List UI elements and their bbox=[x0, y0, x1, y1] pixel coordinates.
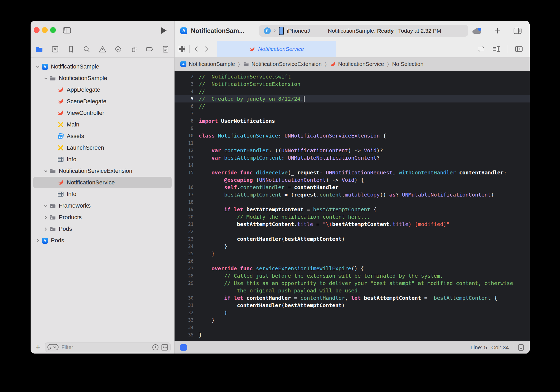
code-line-23[interactable]: 23 contentHandler(bestAttemptContent) bbox=[175, 235, 530, 243]
code-line-35[interactable]: 35} bbox=[175, 331, 530, 339]
tree-item-assets[interactable]: Assets bbox=[33, 130, 172, 142]
scheme-icon[interactable]: E bbox=[264, 27, 271, 34]
code-line-30[interactable]: 30 if let contentHandler = contentHandle… bbox=[175, 294, 530, 302]
code-line-29[interactable]: 29 // Use this as an opportunity to deli… bbox=[175, 280, 530, 287]
chevron-down-icon[interactable] bbox=[42, 76, 49, 80]
debug-navigator-icon[interactable] bbox=[129, 45, 138, 54]
cloud-sync-icon[interactable] bbox=[472, 27, 482, 35]
swap-editor-icon[interactable] bbox=[477, 45, 485, 53]
breadcrumb-item[interactable]: ANotificationSample bbox=[180, 61, 235, 67]
run-button[interactable] bbox=[160, 27, 167, 35]
code-line-34[interactable]: 34 bbox=[175, 324, 530, 331]
code-line-16[interactable]: 16 self.contentHandler = contentHandler bbox=[175, 184, 530, 191]
code-line-5[interactable]: 5// Created by junely on 8/12/24. bbox=[175, 95, 530, 102]
tree-item-scenedelegate[interactable]: SceneDelegate bbox=[33, 96, 172, 107]
chevron-down-icon[interactable] bbox=[34, 65, 41, 69]
toggle-sidebar-icon[interactable] bbox=[63, 27, 71, 34]
breadcrumb-item[interactable]: NotificationServiceExtension bbox=[243, 61, 322, 67]
tree-item-info[interactable]: Info bbox=[33, 188, 172, 200]
report-navigator-icon[interactable] bbox=[161, 45, 170, 54]
add-editor-icon[interactable] bbox=[515, 45, 523, 53]
tree-item-notificationsample[interactable]: ANotificationSample bbox=[33, 61, 172, 72]
code-line-25[interactable]: 25 } bbox=[175, 250, 530, 257]
filter-field[interactable] bbox=[45, 342, 171, 352]
code-line-31[interactable]: 31 contentHandler(bestAttemptContent) bbox=[175, 302, 530, 309]
test-navigator-icon[interactable] bbox=[114, 45, 123, 54]
chevron-right-icon[interactable] bbox=[42, 227, 49, 231]
tree-item-notificationserviceextension[interactable]: NotificationServiceExtension bbox=[33, 165, 172, 177]
chevron-right-icon[interactable] bbox=[34, 239, 41, 243]
code-editor[interactable]: 2// NotificationService.swift3// Notific… bbox=[175, 71, 530, 341]
code-line-28[interactable]: 28 // Called just before the extension w… bbox=[175, 272, 530, 280]
tree-item-pods[interactable]: Pods bbox=[33, 223, 172, 235]
tree-item-launchscreen[interactable]: LaunchScreen bbox=[33, 142, 172, 154]
code-line-20[interactable]: 20 // Modify the notification content he… bbox=[175, 213, 530, 220]
code-line-32[interactable]: 32 } bbox=[175, 309, 530, 316]
chevron-down-icon[interactable] bbox=[42, 204, 49, 208]
code-line-19[interactable]: 19 if let bestAttemptContent = bestAttem… bbox=[175, 206, 530, 213]
storyboard-icon bbox=[57, 144, 64, 151]
tab-notificationservice[interactable]: NotificationService bbox=[217, 41, 336, 57]
code-line-22[interactable]: 22 bbox=[175, 228, 530, 235]
code-line-26[interactable]: 26 bbox=[175, 257, 530, 265]
code-line-6[interactable]: 6// bbox=[175, 102, 530, 110]
minimap-toggle-icon[interactable] bbox=[518, 344, 524, 351]
tree-item-notificationsample[interactable]: NotificationSample bbox=[33, 72, 172, 84]
tree-item-info[interactable]: Info bbox=[33, 154, 172, 165]
breadcrumb-item[interactable]: NotificationService bbox=[330, 61, 384, 67]
chevron-right-icon[interactable] bbox=[42, 215, 49, 219]
code-line-15[interactable]: 15 override func didReceive(_ request: U… bbox=[175, 169, 530, 176]
editor-options-icon[interactable] bbox=[492, 45, 501, 53]
chevron-down-icon[interactable] bbox=[42, 169, 49, 173]
tree-item-viewcontroller[interactable]: ViewController bbox=[33, 107, 172, 119]
code-line-14[interactable]: 14 bbox=[175, 161, 530, 169]
tree-item-main[interactable]: Main bbox=[33, 119, 172, 130]
go-forward-icon[interactable] bbox=[203, 45, 210, 53]
go-back-icon[interactable] bbox=[193, 45, 200, 53]
recent-files-icon[interactable] bbox=[152, 344, 159, 351]
add-item-button[interactable]: + bbox=[34, 343, 42, 351]
close-button[interactable] bbox=[34, 27, 40, 33]
breakpoint-navigator-icon[interactable] bbox=[145, 45, 154, 54]
tree-item-notificationservice[interactable]: NotificationService bbox=[33, 177, 172, 188]
code-line-27[interactable]: 27 override func serviceExtensionTimeWil… bbox=[175, 265, 530, 272]
toggle-inspector-icon[interactable] bbox=[513, 27, 522, 35]
editor-mode-badge[interactable] bbox=[180, 344, 187, 351]
source-control-navigator-icon[interactable] bbox=[51, 45, 60, 54]
breadcrumb-item[interactable]: No Selection bbox=[392, 61, 423, 67]
code-line-7[interactable]: 7 bbox=[175, 110, 530, 117]
tree-item-products[interactable]: Products bbox=[33, 212, 172, 223]
code-line-33[interactable]: 33 } bbox=[175, 316, 530, 324]
code-line-2[interactable]: 2// NotificationService.swift bbox=[175, 73, 530, 80]
code-line-10[interactable]: 10class NotificationService: UNNotificat… bbox=[175, 132, 530, 139]
related-items-icon[interactable] bbox=[178, 45, 186, 53]
code-line-9[interactable]: 9 bbox=[175, 125, 530, 132]
code-line-17[interactable]: 17 bestAttemptContent = (request.content… bbox=[175, 191, 530, 198]
code-line-24[interactable]: 24 } bbox=[175, 243, 530, 250]
code-line-12[interactable]: 12 var contentHandler: ((UNNotificationC… bbox=[175, 147, 530, 154]
code-line-21[interactable]: 21 bestAttemptContent.title = "\(bestAtt… bbox=[175, 220, 530, 228]
code-line-8[interactable]: 8import UserNotifications bbox=[175, 117, 530, 125]
scheme-device-pill[interactable]: E › iPhoneuJ NotificationSample: Ready |… bbox=[259, 25, 468, 37]
source-control-status-icon[interactable] bbox=[161, 344, 168, 351]
code-line-4[interactable]: 4// bbox=[175, 88, 530, 95]
add-button[interactable] bbox=[494, 27, 501, 35]
filter-input[interactable] bbox=[61, 344, 150, 351]
filter-options-icon[interactable] bbox=[47, 344, 59, 351]
issue-navigator-icon[interactable] bbox=[98, 45, 107, 54]
tree-item-frameworks[interactable]: Frameworks bbox=[33, 200, 172, 212]
bookmark-navigator-icon[interactable] bbox=[66, 45, 75, 54]
minimize-button[interactable] bbox=[42, 27, 48, 33]
project-navigator-icon[interactable] bbox=[35, 45, 44, 54]
code-line-18[interactable]: 18 bbox=[175, 198, 530, 206]
tree-item-appdelegate[interactable]: AppDelegate bbox=[33, 84, 172, 96]
code-line-wrap[interactable]: @escaping (UNNotificationContent) -> Voi… bbox=[175, 176, 530, 184]
code-line-wrap[interactable]: the original push payload will be used. bbox=[175, 287, 530, 294]
code-line-11[interactable]: 11 bbox=[175, 139, 530, 147]
code-line-3[interactable]: 3// NotificationServiceExtension bbox=[175, 80, 530, 88]
code-line-13[interactable]: 13 var bestAttemptContent: UNMutableNoti… bbox=[175, 154, 530, 161]
find-navigator-icon[interactable] bbox=[82, 45, 91, 54]
zoom-button[interactable] bbox=[50, 27, 56, 33]
tree-item-pods[interactable]: APods bbox=[33, 235, 172, 246]
device-name[interactable]: iPhoneuJ bbox=[287, 28, 310, 34]
